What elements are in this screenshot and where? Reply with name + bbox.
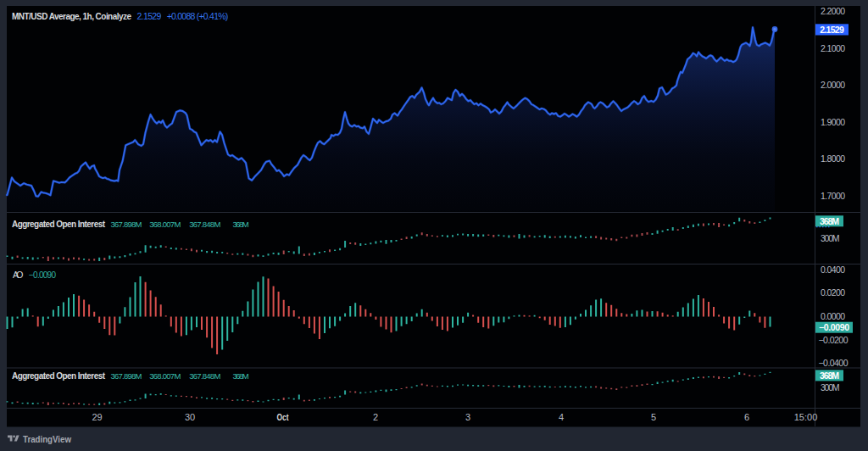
svg-text:MNT/USD Average, 1h, Coinalyze: MNT/USD Average, 1h, Coinalyze [12, 12, 131, 21]
svg-text:−0.0200: −0.0200 [819, 335, 849, 345]
svg-text:−0.0090: −0.0090 [819, 322, 849, 332]
svg-text:0.0400: 0.0400 [821, 264, 845, 275]
svg-text:0.0000: 0.0000 [821, 311, 845, 321]
svg-text:367.898M: 367.898M [111, 371, 142, 381]
svg-text:2: 2 [373, 412, 378, 422]
svg-text:1.8000: 1.8000 [821, 153, 845, 164]
svg-text:1.9000: 1.9000 [821, 117, 845, 127]
svg-text:368M: 368M [820, 370, 839, 381]
svg-text:Aggregated Open Interest: Aggregated Open Interest [12, 220, 106, 229]
svg-text:2.1000: 2.1000 [821, 43, 845, 53]
svg-text:2.2000: 2.2000 [821, 6, 845, 16]
svg-text:2.1529: 2.1529 [820, 25, 844, 35]
svg-text:Oct: Oct [277, 413, 290, 422]
svg-text:4: 4 [559, 412, 564, 422]
svg-text:368M: 368M [233, 371, 249, 381]
svg-text:367.848M: 367.848M [189, 220, 220, 229]
svg-text:Aggregated Open Interest: Aggregated Open Interest [12, 371, 106, 381]
svg-text:5: 5 [651, 412, 656, 422]
svg-text:TradingView: TradingView [23, 434, 71, 444]
svg-text:−0.0090: −0.0090 [29, 270, 56, 280]
svg-text:367.898M: 367.898M [111, 220, 142, 229]
svg-text:AO: AO [13, 270, 24, 280]
svg-text:30: 30 [185, 412, 195, 422]
svg-text:0.0200: 0.0200 [821, 287, 845, 298]
svg-text:15:00: 15:00 [794, 412, 818, 422]
svg-text:368M: 368M [820, 216, 839, 226]
svg-text:2.0000: 2.0000 [821, 80, 845, 90]
svg-text:3: 3 [465, 412, 470, 422]
svg-text:2.1529: 2.1529 [136, 11, 161, 21]
svg-text:+0.0088 (+0.41%): +0.0088 (+0.41%) [167, 11, 229, 21]
svg-text:368.007M: 368.007M [149, 220, 181, 229]
svg-text:6: 6 [744, 412, 749, 422]
svg-text:367.848M: 367.848M [189, 371, 220, 381]
svg-text:368.007M: 368.007M [149, 371, 181, 381]
svg-text:−0.0400: −0.0400 [819, 358, 849, 368]
svg-text:300M: 300M [821, 233, 840, 243]
svg-text:300M: 300M [821, 382, 840, 393]
svg-text:1.7000: 1.7000 [821, 191, 845, 201]
svg-text:29: 29 [92, 412, 102, 422]
svg-text:368M: 368M [233, 220, 249, 229]
